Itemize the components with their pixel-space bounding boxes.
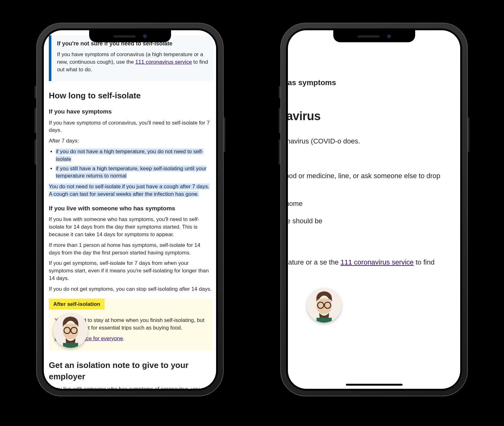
body-text: oronavirus (a high temperature or a se t… [288, 257, 457, 267]
list-item: if you do not have a high temperature, y… [56, 148, 213, 163]
body-text: u have symptoms of coronavirus (COVID-o … [288, 136, 457, 146]
subheading-self-isolate: o self-isolate [288, 239, 457, 250]
article-page-right[interactable]: er risk o meone you live with has sympto… [288, 30, 460, 389]
body-text: If you live with someone who has symptom… [49, 216, 213, 238]
body-text: o [288, 60, 457, 70]
phone-mockup-left: If you're not sure if you need to self-i… [36, 23, 224, 396]
body-text: iends and family, in your home [288, 198, 457, 209]
subheading-live-with-someone: If you live with someone who has symptom… [49, 204, 213, 213]
avatar-icon [307, 288, 341, 323]
link-111-service[interactable]: 111 coronavirus service [341, 258, 414, 266]
power-button [468, 117, 469, 152]
notch [333, 30, 415, 42]
body-text: If you live with someone who has symptom… [49, 385, 213, 389]
section-heading-how-long: How long to self-isolate [49, 90, 213, 101]
phone-mockup-right: er risk o meone you live with has sympto… [280, 23, 468, 396]
after-isolation-tag: After self-isolation [49, 299, 105, 310]
presenter-avatar[interactable] [307, 288, 341, 323]
body-text: If more than 1 person at home has sympto… [49, 242, 213, 257]
callout-body: If you have symptoms of coronavirus (a h… [57, 51, 209, 73]
link-111-service[interactable]: 111 coronavirus service [135, 59, 192, 65]
camera-icon [143, 34, 147, 38]
page-title: ps stop coronavirus [288, 107, 457, 125]
screen-left[interactable]: If you're not sure if you need to self-i… [44, 30, 216, 389]
body-text: er risk [288, 42, 457, 53]
power-button [224, 117, 225, 152]
volume-up-button [35, 108, 36, 133]
subheading-live-with: meone you live with has symptoms [288, 77, 457, 88]
body-text: nust: [288, 153, 457, 164]
bullet-list: if you do not have a high temperature, y… [56, 148, 213, 180]
mute-switch [35, 86, 36, 98]
speaker-icon [113, 35, 135, 38]
body-text: If you have symptoms of coronavirus, you… [49, 119, 213, 134]
body-text: If you do not get symptoms, you can stop… [49, 285, 213, 293]
mute-switch [279, 86, 280, 98]
volume-up-button [279, 108, 280, 133]
volume-down-button [35, 139, 36, 165]
volume-down-button [279, 139, 280, 165]
body-text: ny reason – if you need food or medicine… [288, 171, 457, 191]
section-heading-isolation-note: Get an isolation note to give to your em… [49, 359, 213, 382]
subheading-if-you-have-symptoms: If you have symptoms [49, 108, 213, 116]
body-text: After 7 days: [49, 137, 213, 145]
body-text: You do not need to self-isolate if you j… [49, 183, 213, 198]
notch [89, 30, 171, 42]
avatar-icon [53, 313, 88, 348]
list-item: if you still have a high temperature, ke… [56, 165, 213, 180]
speaker-icon [358, 35, 380, 38]
home-indicator[interactable] [346, 384, 403, 386]
camera-icon [387, 34, 391, 38]
body-text: ou have one. Any exercise should be [288, 216, 457, 226]
presenter-avatar[interactable] [53, 313, 88, 348]
screen-right[interactable]: er risk o meone you live with has sympto… [288, 30, 460, 389]
body-text: If you get symptoms, self-isolate for 7 … [49, 260, 213, 282]
